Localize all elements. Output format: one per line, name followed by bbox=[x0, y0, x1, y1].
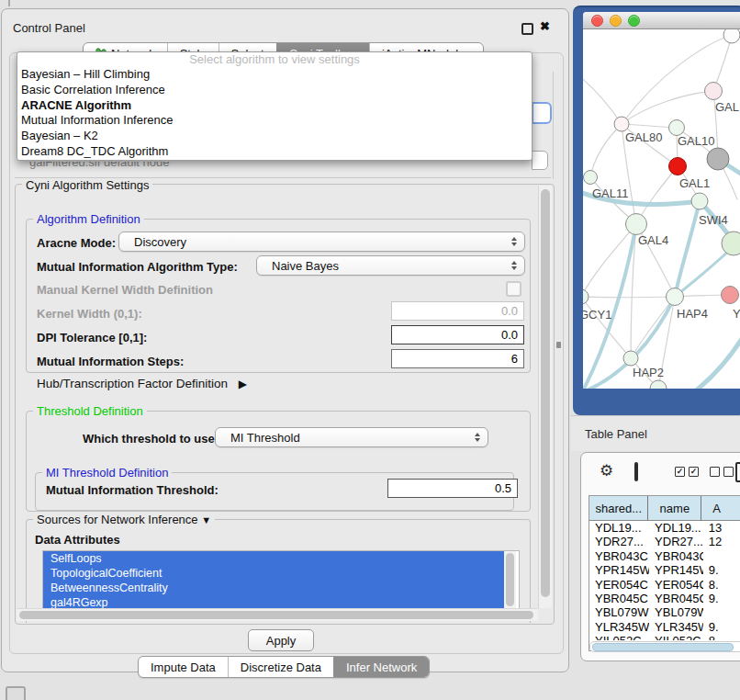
which-threshold-combobox[interactable]: MI Threshold bbox=[215, 427, 488, 447]
table-cell: YBR043C bbox=[589, 549, 649, 563]
network-edge[interactable] bbox=[695, 334, 740, 389]
apply-button[interactable]: Apply bbox=[248, 629, 314, 651]
kernel-width-field[interactable]: 0.0 bbox=[391, 301, 524, 321]
network-node-gcy1[interactable] bbox=[583, 289, 589, 304]
table-cell: YPR145W bbox=[589, 563, 649, 577]
algorithm-option[interactable]: Mutual Information Inference bbox=[17, 113, 532, 129]
network-node[interactable] bbox=[707, 148, 729, 170]
table-cell: YBR045C bbox=[649, 592, 703, 605]
tab-impute-data[interactable]: Impute Data bbox=[139, 657, 228, 677]
close-traffic-light-icon[interactable] bbox=[591, 15, 603, 27]
mi-threshold-label: Mutual Information Threshold: bbox=[46, 483, 219, 497]
node-label: HAP2 bbox=[633, 366, 664, 379]
table-row[interactable]: YIL052CYIL052C8. bbox=[589, 634, 740, 640]
minimized-panel-icon[interactable] bbox=[6, 686, 26, 700]
attribute-list-item[interactable]: BetweennessCentrality bbox=[43, 581, 511, 595]
dpi-tolerance-field[interactable]: 0.0 bbox=[391, 325, 524, 344]
network-window-titlebar[interactable] bbox=[583, 12, 740, 29]
network-node-gal10[interactable] bbox=[669, 120, 685, 136]
network-canvas[interactable]: GALGAL80GAL10GAL1GAL11SWI4GAL4GCY1HAP4YH… bbox=[583, 29, 740, 389]
table-cell: YDL19... bbox=[649, 521, 703, 535]
table-row[interactable]: YPR145WYPR145W9. bbox=[589, 563, 740, 577]
table-panel-title: Table Panel bbox=[585, 427, 647, 441]
table-horizontal-scrollbar[interactable] bbox=[589, 641, 740, 652]
network-node[interactable] bbox=[723, 29, 740, 43]
zoom-traffic-light-icon[interactable] bbox=[628, 15, 640, 27]
settings-group-title: Cyni Algorithm Settings bbox=[22, 178, 152, 192]
combo-arrows-icon bbox=[511, 237, 517, 246]
data-attributes-list[interactable]: SelfLoopsTopologicalCoefficientBetweenne… bbox=[42, 550, 520, 615]
table-row[interactable]: YBR043CYBR043C bbox=[589, 549, 740, 563]
node-attribute-table: shared...nameA YDL19...YDL19...13YDR27..… bbox=[589, 495, 740, 651]
network-edge[interactable] bbox=[622, 124, 677, 128]
column-header[interactable]: name bbox=[648, 496, 701, 520]
settings-horizontal-scrollbar[interactable] bbox=[17, 608, 538, 621]
table-row[interactable]: YBR045CYBR045C9. bbox=[589, 592, 740, 605]
table-cell: 9. bbox=[703, 620, 740, 634]
close-panel-icon[interactable]: ✖ bbox=[540, 19, 550, 33]
attribute-list-item[interactable]: SelfLoops bbox=[43, 551, 511, 566]
network-node-y[interactable] bbox=[722, 287, 739, 304]
show-columns-icon[interactable] bbox=[634, 462, 638, 481]
deselect-all-columns-icon[interactable] bbox=[710, 467, 734, 477]
data-attributes-label: Data Attributes bbox=[35, 533, 120, 547]
sources-title-text: Sources for Network Inference bbox=[37, 513, 198, 526]
column-header[interactable]: A bbox=[701, 496, 740, 520]
network-edge[interactable] bbox=[675, 201, 700, 297]
network-edge[interactable] bbox=[583, 297, 675, 298]
column-header[interactable]: shared... bbox=[589, 496, 648, 520]
algorithm-option[interactable]: ARACNE Algorithm bbox=[17, 98, 532, 114]
manual-kernel-checkbox[interactable] bbox=[506, 281, 521, 297]
aracne-mode-combobox[interactable]: Discovery bbox=[118, 231, 525, 252]
network-edge[interactable] bbox=[583, 297, 631, 358]
table-settings-gear-icon[interactable]: ⚙ bbox=[600, 463, 613, 479]
network-node-gal11[interactable] bbox=[584, 171, 598, 185]
tab-discretize-data[interactable]: Discretize Data bbox=[228, 657, 333, 677]
network-node-swi4[interactable] bbox=[722, 231, 740, 255]
network-node-hap4[interactable] bbox=[667, 288, 684, 306]
mi-algorithm-type-combobox[interactable]: Naive Bayes bbox=[256, 255, 525, 276]
attributes-list-scrollbar[interactable] bbox=[504, 551, 516, 612]
table-cell: 12 bbox=[703, 535, 740, 548]
sources-group-title[interactable]: Sources for Network Inference ▼ bbox=[33, 513, 215, 526]
mi-type-label: Mutual Information Algorithm Type: bbox=[37, 260, 238, 274]
table-row[interactable]: YBL079WYBL079W bbox=[589, 605, 740, 619]
node-label: GAL bbox=[715, 100, 739, 114]
table-cell: YER054C bbox=[589, 578, 649, 592]
network-edge[interactable] bbox=[583, 75, 622, 124]
network-node-gal4[interactable] bbox=[626, 214, 647, 235]
table-panel-header: Table Panel bbox=[571, 415, 740, 451]
minimize-traffic-light-icon[interactable] bbox=[610, 15, 622, 27]
attribute-list-item[interactable]: TopologicalCoefficient bbox=[43, 566, 511, 581]
mi-threshold-field[interactable]: 0.5 bbox=[387, 479, 518, 498]
hub-definition-toggle[interactable]: Hub/Transcription Factor Definition ▶ bbox=[37, 377, 247, 390]
table-row[interactable]: YDR27...YDR27...12 bbox=[589, 535, 740, 548]
network-node-gal80[interactable] bbox=[614, 117, 629, 131]
table-cell bbox=[703, 605, 740, 619]
tab-label: Infer Network bbox=[346, 660, 417, 674]
tab-infer-network[interactable]: Infer Network bbox=[333, 657, 429, 677]
table-cell: YIL052C bbox=[649, 634, 703, 640]
algorithm-option[interactable]: Bayesian – Hill Climbing bbox=[17, 67, 532, 83]
table-row[interactable]: YLR345WYLR345W9. bbox=[589, 620, 740, 634]
algorithm-option[interactable]: Basic Correlation Inference bbox=[17, 83, 532, 98]
network-edge[interactable] bbox=[590, 124, 622, 177]
function-builder-icon[interactable] bbox=[735, 462, 740, 482]
select-all-columns-icon[interactable]: ✓✓ bbox=[675, 467, 699, 477]
table-panel-window: ⚙ ✓✓ shared...nameA YDL19...YDL19...13YD… bbox=[580, 452, 740, 661]
network-node-gal1[interactable] bbox=[669, 158, 687, 175]
mi-steps-field[interactable]: 6 bbox=[391, 349, 524, 368]
settings-vertical-scrollbar[interactable] bbox=[538, 186, 552, 608]
table-cell: 8. bbox=[703, 578, 740, 592]
network-node-gal[interactable] bbox=[705, 83, 723, 100]
table-row[interactable]: YDL19...YDL19...13 bbox=[589, 521, 740, 535]
network-node-hap2[interactable] bbox=[623, 351, 638, 366]
network-node[interactable] bbox=[691, 193, 708, 209]
algorithm-option[interactable]: Bayesian – K2 bbox=[17, 129, 532, 144]
algorithm-option[interactable]: Dream8 DC_TDC Algorithm bbox=[17, 144, 532, 160]
tab-label: Impute Data bbox=[151, 660, 216, 674]
float-panel-icon[interactable] bbox=[521, 23, 533, 35]
splitter-handle[interactable] bbox=[556, 342, 561, 348]
table-row[interactable]: YER054CYER054C8. bbox=[589, 578, 740, 592]
mi-steps-label: Mutual Information Steps: bbox=[37, 355, 184, 368]
